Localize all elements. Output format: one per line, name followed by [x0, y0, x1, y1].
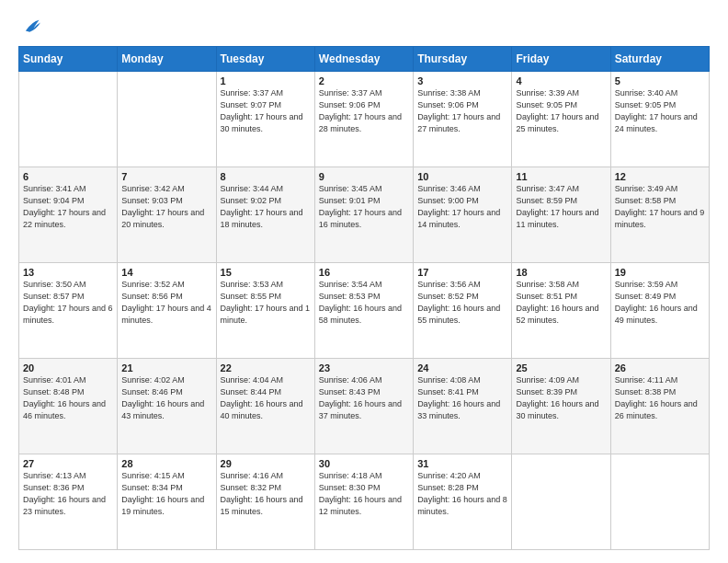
- day-number: 16: [319, 267, 409, 278]
- day-number: 15: [221, 267, 311, 278]
- day-number: 26: [615, 362, 705, 373]
- day-number: 3: [417, 75, 507, 86]
- calendar-cell: 16Sunrise: 3:54 AMSunset: 8:53 PMDayligh…: [314, 263, 413, 359]
- day-info: Sunrise: 4:04 AMSunset: 8:44 PMDaylight:…: [221, 374, 311, 422]
- calendar-cell: [610, 454, 709, 550]
- calendar-cell: 5Sunrise: 3:40 AMSunset: 9:05 PMDaylight…: [610, 72, 709, 167]
- day-number: 10: [417, 171, 507, 182]
- day-number: 30: [319, 458, 409, 469]
- day-info: Sunrise: 4:08 AMSunset: 8:41 PMDaylight:…: [417, 374, 507, 422]
- day-info: Sunrise: 4:13 AMSunset: 8:36 PMDaylight:…: [23, 470, 113, 518]
- week-row-4: 20Sunrise: 4:01 AMSunset: 8:48 PMDayligh…: [19, 359, 710, 454]
- calendar-cell: 14Sunrise: 3:52 AMSunset: 8:56 PMDayligh…: [118, 263, 216, 359]
- day-info: Sunrise: 4:15 AMSunset: 8:34 PMDaylight:…: [121, 470, 211, 518]
- day-number: 31: [417, 458, 507, 469]
- week-row-1: 1Sunrise: 3:37 AMSunset: 9:07 PMDaylight…: [19, 72, 710, 167]
- weekday-header-monday: Monday: [118, 47, 216, 72]
- day-number: 28: [121, 458, 211, 469]
- weekday-header-wednesday: Wednesday: [314, 47, 413, 72]
- day-info: Sunrise: 4:06 AMSunset: 8:43 PMDaylight:…: [319, 374, 409, 422]
- day-info: Sunrise: 3:40 AMSunset: 9:05 PMDaylight:…: [615, 87, 705, 135]
- weekday-header-row: SundayMondayTuesdayWednesdayThursdayFrid…: [19, 47, 710, 72]
- day-info: Sunrise: 3:54 AMSunset: 8:53 PMDaylight:…: [319, 279, 409, 327]
- calendar-cell: 25Sunrise: 4:09 AMSunset: 8:39 PMDayligh…: [512, 359, 610, 454]
- calendar-cell: 12Sunrise: 3:49 AMSunset: 8:58 PMDayligh…: [610, 167, 709, 263]
- day-number: 24: [417, 362, 507, 373]
- day-info: Sunrise: 3:49 AMSunset: 8:58 PMDaylight:…: [615, 183, 705, 231]
- calendar-cell: [19, 72, 118, 167]
- calendar-cell: [512, 454, 610, 550]
- page: SundayMondayTuesdayWednesdayThursdayFrid…: [0, 0, 728, 563]
- day-info: Sunrise: 3:44 AMSunset: 9:02 PMDaylight:…: [221, 183, 311, 231]
- calendar-cell: 26Sunrise: 4:11 AMSunset: 8:38 PMDayligh…: [610, 359, 709, 454]
- day-info: Sunrise: 3:37 AMSunset: 9:07 PMDaylight:…: [221, 87, 311, 135]
- calendar-cell: 29Sunrise: 4:16 AMSunset: 8:32 PMDayligh…: [216, 454, 314, 550]
- day-number: 11: [516, 171, 606, 182]
- week-row-2: 6Sunrise: 3:41 AMSunset: 9:04 PMDaylight…: [19, 167, 710, 263]
- calendar-cell: 4Sunrise: 3:39 AMSunset: 9:05 PMDaylight…: [512, 72, 610, 167]
- day-number: 1: [221, 75, 311, 86]
- calendar-cell: 2Sunrise: 3:37 AMSunset: 9:06 PMDaylight…: [314, 72, 413, 167]
- calendar-cell: 10Sunrise: 3:46 AMSunset: 9:00 PMDayligh…: [414, 167, 512, 263]
- day-number: 13: [23, 267, 113, 278]
- calendar-cell: 6Sunrise: 3:41 AMSunset: 9:04 PMDaylight…: [19, 167, 118, 263]
- day-info: Sunrise: 3:56 AMSunset: 8:52 PMDaylight:…: [417, 279, 507, 327]
- day-info: Sunrise: 3:53 AMSunset: 8:55 PMDaylight:…: [221, 279, 311, 327]
- day-info: Sunrise: 4:18 AMSunset: 8:30 PMDaylight:…: [319, 470, 409, 518]
- day-info: Sunrise: 3:45 AMSunset: 9:01 PMDaylight:…: [319, 183, 409, 231]
- weekday-header-tuesday: Tuesday: [216, 47, 314, 72]
- day-info: Sunrise: 3:47 AMSunset: 8:59 PMDaylight:…: [516, 183, 606, 231]
- day-info: Sunrise: 3:50 AMSunset: 8:57 PMDaylight:…: [23, 279, 113, 327]
- calendar-cell: 8Sunrise: 3:44 AMSunset: 9:02 PMDaylight…: [216, 167, 314, 263]
- day-number: 27: [23, 458, 113, 469]
- logo-bird-icon: [20, 17, 40, 37]
- day-info: Sunrise: 3:59 AMSunset: 8:49 PMDaylight:…: [615, 279, 705, 327]
- calendar-cell: 7Sunrise: 3:42 AMSunset: 9:03 PMDaylight…: [118, 167, 216, 263]
- logo: [18, 17, 40, 37]
- calendar-cell: 22Sunrise: 4:04 AMSunset: 8:44 PMDayligh…: [216, 359, 314, 454]
- calendar-cell: 30Sunrise: 4:18 AMSunset: 8:30 PMDayligh…: [314, 454, 413, 550]
- calendar-cell: 19Sunrise: 3:59 AMSunset: 8:49 PMDayligh…: [610, 263, 709, 359]
- day-info: Sunrise: 3:58 AMSunset: 8:51 PMDaylight:…: [516, 279, 606, 327]
- day-number: 22: [221, 362, 311, 373]
- day-info: Sunrise: 3:52 AMSunset: 8:56 PMDaylight:…: [121, 279, 211, 327]
- day-info: Sunrise: 4:11 AMSunset: 8:38 PMDaylight:…: [615, 374, 705, 422]
- day-number: 14: [121, 267, 211, 278]
- day-number: 6: [23, 171, 113, 182]
- calendar-cell: 28Sunrise: 4:15 AMSunset: 8:34 PMDayligh…: [118, 454, 216, 550]
- calendar-cell: 9Sunrise: 3:45 AMSunset: 9:01 PMDaylight…: [314, 167, 413, 263]
- day-number: 9: [319, 171, 409, 182]
- calendar-cell: 24Sunrise: 4:08 AMSunset: 8:41 PMDayligh…: [414, 359, 512, 454]
- day-number: 8: [221, 171, 311, 182]
- day-number: 4: [516, 75, 606, 86]
- calendar-cell: 23Sunrise: 4:06 AMSunset: 8:43 PMDayligh…: [314, 359, 413, 454]
- day-info: Sunrise: 4:02 AMSunset: 8:46 PMDaylight:…: [121, 374, 211, 422]
- week-row-3: 13Sunrise: 3:50 AMSunset: 8:57 PMDayligh…: [19, 263, 710, 359]
- week-row-5: 27Sunrise: 4:13 AMSunset: 8:36 PMDayligh…: [19, 454, 710, 550]
- calendar-cell: 3Sunrise: 3:38 AMSunset: 9:06 PMDaylight…: [414, 72, 512, 167]
- weekday-header-saturday: Saturday: [610, 47, 709, 72]
- day-info: Sunrise: 4:09 AMSunset: 8:39 PMDaylight:…: [516, 374, 606, 422]
- day-number: 12: [615, 171, 705, 182]
- day-info: Sunrise: 4:01 AMSunset: 8:48 PMDaylight:…: [23, 374, 113, 422]
- day-info: Sunrise: 4:16 AMSunset: 8:32 PMDaylight:…: [221, 470, 311, 518]
- day-number: 7: [121, 171, 211, 182]
- calendar-cell: 31Sunrise: 4:20 AMSunset: 8:28 PMDayligh…: [414, 454, 512, 550]
- weekday-header-thursday: Thursday: [414, 47, 512, 72]
- day-info: Sunrise: 3:42 AMSunset: 9:03 PMDaylight:…: [121, 183, 211, 231]
- weekday-header-friday: Friday: [512, 47, 610, 72]
- day-number: 2: [319, 75, 409, 86]
- calendar-cell: 18Sunrise: 3:58 AMSunset: 8:51 PMDayligh…: [512, 263, 610, 359]
- calendar-cell: 21Sunrise: 4:02 AMSunset: 8:46 PMDayligh…: [118, 359, 216, 454]
- calendar-table: SundayMondayTuesdayWednesdayThursdayFrid…: [18, 46, 710, 550]
- day-number: 25: [516, 362, 606, 373]
- day-number: 23: [319, 362, 409, 373]
- header: [18, 17, 710, 37]
- day-number: 19: [615, 267, 705, 278]
- weekday-header-sunday: Sunday: [19, 47, 118, 72]
- calendar-cell: 13Sunrise: 3:50 AMSunset: 8:57 PMDayligh…: [19, 263, 118, 359]
- day-number: 20: [23, 362, 113, 373]
- day-number: 5: [615, 75, 705, 86]
- calendar-cell: 1Sunrise: 3:37 AMSunset: 9:07 PMDaylight…: [216, 72, 314, 167]
- day-info: Sunrise: 3:46 AMSunset: 9:00 PMDaylight:…: [417, 183, 507, 231]
